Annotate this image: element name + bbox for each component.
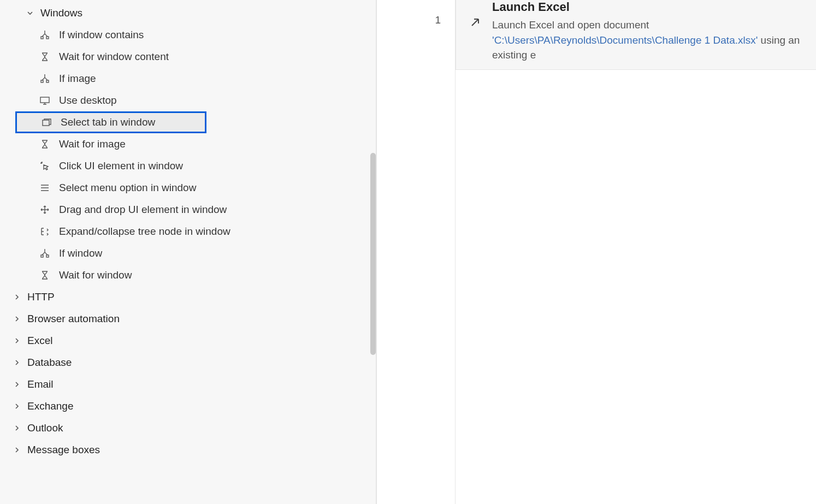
- action-if-window[interactable]: If window: [0, 242, 376, 264]
- group-email[interactable]: Email: [0, 373, 376, 395]
- action-label: Select tab in window: [61, 116, 155, 128]
- group-label: HTTP: [27, 291, 55, 303]
- chevron-right-icon: [12, 403, 22, 410]
- menu-icon: [38, 181, 51, 194]
- action-wait-window-content[interactable]: Wait for window content: [0, 46, 376, 68]
- group-label: Outlook: [27, 422, 63, 434]
- action-click-ui-element[interactable]: Click UI element in window: [0, 155, 376, 177]
- group-windows[interactable]: Windows: [0, 2, 376, 24]
- step-description: Launch Excel and open document 'C:\Users…: [492, 17, 816, 63]
- action-label: If window contains: [59, 29, 144, 41]
- step-path: 'C:\Users\PA\Reynolds\Documents\Challeng…: [492, 34, 758, 46]
- tabs-icon: [40, 116, 53, 129]
- action-wait-for-image[interactable]: Wait for image: [0, 133, 376, 155]
- branch-icon: [38, 28, 51, 41]
- chevron-right-icon: [12, 359, 22, 366]
- action-label: Wait for window content: [59, 51, 169, 63]
- group-label: Browser automation: [27, 313, 120, 325]
- action-expand-collapse-tree[interactable]: Expand/collapse tree node in window: [0, 221, 376, 242]
- branch-icon: [38, 247, 51, 260]
- group-message-boxes[interactable]: Message boxes: [0, 439, 376, 461]
- desktop-icon: [38, 94, 51, 107]
- hourglass-icon: [38, 269, 51, 282]
- action-label: Wait for window: [59, 269, 132, 281]
- action-label: Wait for image: [59, 138, 126, 150]
- action-label: Expand/collapse tree node in window: [59, 226, 230, 238]
- action-label: Select menu option in window: [59, 182, 196, 194]
- launch-icon: [466, 13, 484, 32]
- svg-rect-2: [41, 80, 43, 82]
- group-browser-automation[interactable]: Browser automation: [0, 308, 376, 330]
- action-drag-drop-ui[interactable]: Drag and drop UI element in window: [0, 199, 376, 221]
- svg-rect-3: [46, 80, 49, 82]
- line-number: 1: [377, 14, 441, 26]
- line-gutter: 1: [377, 0, 456, 504]
- action-select-menu-option[interactable]: Select menu option in window: [0, 177, 376, 199]
- chevron-right-icon: [12, 381, 22, 388]
- tree-icon: [38, 225, 51, 238]
- group-label: Excel: [27, 335, 52, 347]
- click-icon: [38, 159, 51, 173]
- action-if-window-contains[interactable]: If window contains: [0, 24, 376, 46]
- flow-canvas: 1 Launch Excel Launch Excel and open doc…: [377, 0, 816, 504]
- chevron-right-icon: [12, 425, 22, 431]
- chevron-right-icon: [12, 337, 22, 344]
- svg-rect-1: [46, 37, 49, 39]
- group-label: Exchange: [27, 400, 74, 412]
- action-label: Use desktop: [59, 94, 117, 106]
- svg-rect-6: [41, 255, 43, 257]
- action-label: Click UI element in window: [59, 160, 183, 172]
- action-label: Drag and drop UI element in window: [59, 204, 227, 216]
- drag-icon: [38, 203, 51, 216]
- svg-rect-5: [43, 120, 49, 126]
- action-select-tab-in-window[interactable]: Select tab in window: [15, 111, 206, 133]
- group-label: Database: [27, 357, 72, 369]
- chevron-right-icon: [12, 447, 22, 453]
- group-outlook[interactable]: Outlook: [0, 417, 376, 439]
- group-label: Message boxes: [27, 444, 100, 456]
- group-http[interactable]: HTTP: [0, 286, 376, 308]
- chevron-right-icon: [12, 316, 22, 322]
- svg-rect-4: [40, 97, 49, 103]
- group-label: Windows: [40, 7, 82, 19]
- group-exchange[interactable]: Exchange: [0, 395, 376, 417]
- group-database[interactable]: Database: [0, 352, 376, 373]
- action-wait-for-window[interactable]: Wait for window: [0, 264, 376, 286]
- chevron-down-icon: [25, 10, 35, 16]
- branch-icon: [38, 72, 51, 85]
- step-body: Launch Excel Launch Excel and open docum…: [492, 0, 816, 63]
- chevron-right-icon: [12, 294, 22, 300]
- svg-rect-7: [46, 255, 49, 257]
- action-if-image[interactable]: If image: [0, 68, 376, 90]
- action-use-desktop[interactable]: Use desktop: [0, 90, 376, 111]
- step-title: Launch Excel: [492, 0, 816, 14]
- hourglass-icon: [38, 50, 51, 63]
- group-label: Email: [27, 378, 54, 390]
- action-label: If window: [59, 247, 102, 259]
- flow-step-launch-excel[interactable]: Launch Excel Launch Excel and open docum…: [456, 0, 816, 70]
- sidebar-scrollbar[interactable]: [370, 153, 376, 355]
- group-excel[interactable]: Excel: [0, 330, 376, 352]
- actions-tree: Windows If window contains Wait for wind…: [0, 0, 376, 461]
- flow-steps: Launch Excel Launch Excel and open docum…: [456, 0, 816, 504]
- action-label: If image: [59, 73, 96, 85]
- hourglass-icon: [38, 138, 51, 151]
- actions-pane: Windows If window contains Wait for wind…: [0, 0, 377, 504]
- svg-rect-0: [41, 37, 43, 39]
- step-desc-pre: Launch Excel and open document: [492, 19, 649, 31]
